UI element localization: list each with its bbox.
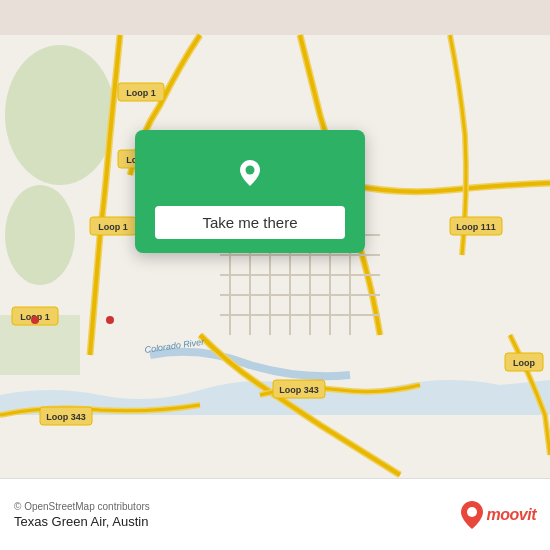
svg-point-33	[106, 316, 114, 324]
svg-text:Loop 343: Loop 343	[46, 412, 86, 422]
svg-text:Loop: Loop	[513, 358, 535, 368]
moovit-pin-icon	[461, 501, 483, 529]
map-attribution: © OpenStreetMap contributors	[14, 501, 150, 512]
place-name: Texas Green Air, Austin	[14, 514, 150, 529]
map-background: Loop 1 Loop 1 Loop 1 Loop 1 Loop 111 Loo…	[0, 0, 550, 550]
svg-text:Loop 1: Loop 1	[126, 88, 156, 98]
moovit-text: moovit	[487, 506, 536, 524]
svg-point-36	[246, 166, 255, 175]
location-card: Take me there	[135, 130, 365, 253]
svg-text:Loop 343: Loop 343	[279, 385, 319, 395]
bottom-left-info: © OpenStreetMap contributors Texas Green…	[14, 501, 150, 529]
map-container: Loop 1 Loop 1 Loop 1 Loop 1 Loop 111 Loo…	[0, 0, 550, 550]
take-me-there-button[interactable]: Take me there	[155, 206, 345, 239]
svg-point-34	[31, 316, 39, 324]
svg-point-2	[5, 185, 75, 285]
moovit-logo: moovit	[461, 501, 536, 529]
map-pin-icon	[228, 150, 272, 194]
svg-point-1	[5, 45, 115, 185]
bottom-bar: © OpenStreetMap contributors Texas Green…	[0, 478, 550, 550]
svg-text:Loop 111: Loop 111	[456, 222, 496, 232]
svg-text:Loop 1: Loop 1	[98, 222, 128, 232]
svg-point-37	[467, 507, 477, 517]
